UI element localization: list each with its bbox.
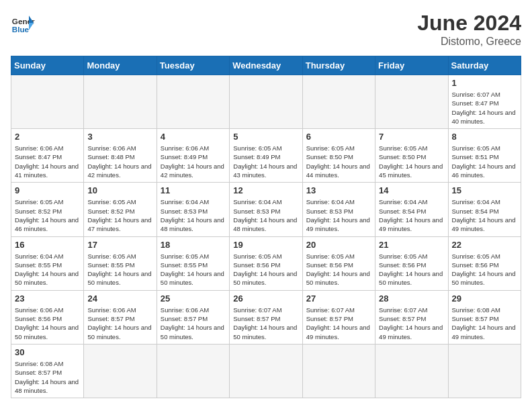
title-block: June 2024 Distomo, Greece	[417, 11, 521, 48]
calendar-cell: 15Sunrise: 6:04 AMSunset: 8:54 PMDayligh…	[448, 183, 521, 236]
calendar-cell: 17Sunrise: 6:05 AMSunset: 8:55 PMDayligh…	[84, 236, 157, 290]
calendar-cell: 16Sunrise: 6:04 AMSunset: 8:55 PMDayligh…	[11, 236, 84, 290]
weekday-thursday: Thursday	[302, 56, 375, 75]
day-number: 24	[87, 293, 152, 304]
calendar-cell	[448, 344, 521, 398]
day-number: 14	[379, 185, 444, 195]
calendar-cell: 10Sunrise: 6:05 AMSunset: 8:52 PMDayligh…	[84, 183, 157, 236]
svg-marker-3	[29, 23, 34, 30]
day-info: Sunrise: 6:05 AMSunset: 8:51 PMDaylight:…	[452, 144, 517, 179]
day-number: 1	[452, 78, 517, 88]
svg-text:Blue: Blue	[12, 25, 30, 34]
day-info: Sunrise: 6:07 AMSunset: 8:57 PMDaylight:…	[233, 306, 298, 341]
day-info: Sunrise: 6:07 AMSunset: 8:57 PMDaylight:…	[306, 306, 371, 341]
day-info: Sunrise: 6:08 AMSunset: 8:57 PMDaylight:…	[15, 359, 80, 395]
weekday-tuesday: Tuesday	[157, 56, 229, 75]
calendar-cell: 26Sunrise: 6:07 AMSunset: 8:57 PMDayligh…	[230, 290, 302, 344]
day-info: Sunrise: 6:06 AMSunset: 8:56 PMDaylight:…	[15, 306, 80, 341]
week-row-6: 30Sunrise: 6:08 AMSunset: 8:57 PMDayligh…	[11, 344, 521, 398]
calendar-cell: 18Sunrise: 6:05 AMSunset: 8:55 PMDayligh…	[157, 236, 229, 290]
calendar-cell	[375, 75, 448, 129]
day-number: 19	[233, 240, 298, 250]
day-info: Sunrise: 6:05 AMSunset: 8:49 PMDaylight:…	[233, 144, 298, 179]
day-number: 15	[452, 185, 517, 195]
day-info: Sunrise: 6:05 AMSunset: 8:55 PMDaylight:…	[161, 252, 226, 287]
calendar-cell: 1Sunrise: 6:07 AMSunset: 8:47 PMDaylight…	[448, 75, 521, 129]
calendar-cell	[157, 75, 229, 129]
day-number: 20	[306, 240, 371, 250]
calendar-cell: 4Sunrise: 6:06 AMSunset: 8:49 PMDaylight…	[157, 129, 229, 183]
day-info: Sunrise: 6:08 AMSunset: 8:57 PMDaylight:…	[452, 306, 517, 341]
day-info: Sunrise: 6:04 AMSunset: 8:55 PMDaylight:…	[15, 252, 80, 287]
day-number: 5	[233, 132, 298, 142]
day-number: 11	[161, 185, 226, 195]
page-header: General Blue June 2024 Distomo, Greece	[11, 11, 521, 48]
calendar-cell	[302, 75, 375, 129]
calendar-cell: 27Sunrise: 6:07 AMSunset: 8:57 PMDayligh…	[302, 290, 375, 344]
day-number: 9	[15, 185, 80, 195]
weekday-wednesday: Wednesday	[230, 56, 302, 75]
day-info: Sunrise: 6:05 AMSunset: 8:55 PMDaylight:…	[87, 252, 152, 287]
day-number: 18	[161, 240, 226, 250]
week-row-4: 16Sunrise: 6:04 AMSunset: 8:55 PMDayligh…	[11, 236, 521, 290]
day-info: Sunrise: 6:05 AMSunset: 8:56 PMDaylight:…	[452, 252, 517, 287]
week-row-1: 1Sunrise: 6:07 AMSunset: 8:47 PMDaylight…	[11, 75, 521, 129]
weekday-monday: Monday	[84, 56, 157, 75]
calendar-cell	[84, 75, 157, 129]
day-number: 13	[306, 185, 371, 195]
day-info: Sunrise: 6:05 AMSunset: 8:56 PMDaylight:…	[233, 252, 298, 287]
day-info: Sunrise: 6:05 AMSunset: 8:50 PMDaylight:…	[306, 144, 371, 179]
calendar-cell: 8Sunrise: 6:05 AMSunset: 8:51 PMDaylight…	[448, 129, 521, 183]
calendar-cell: 23Sunrise: 6:06 AMSunset: 8:56 PMDayligh…	[11, 290, 84, 344]
location: Distomo, Greece	[417, 36, 521, 48]
day-number: 23	[15, 293, 80, 304]
day-number: 17	[87, 240, 152, 250]
day-number: 4	[161, 132, 226, 142]
day-number: 8	[452, 132, 517, 142]
logo-icon: General Blue	[11, 11, 35, 35]
calendar-cell	[302, 344, 375, 398]
calendar-table: SundayMondayTuesdayWednesdayThursdayFrid…	[11, 56, 521, 398]
week-row-2: 2Sunrise: 6:06 AMSunset: 8:47 PMDaylight…	[11, 129, 521, 183]
calendar-cell	[11, 75, 84, 129]
calendar-cell	[230, 344, 302, 398]
weekday-saturday: Saturday	[448, 56, 521, 75]
day-number: 3	[87, 132, 152, 142]
day-info: Sunrise: 6:06 AMSunset: 8:57 PMDaylight:…	[161, 306, 226, 341]
day-number: 28	[379, 293, 444, 304]
day-info: Sunrise: 6:05 AMSunset: 8:56 PMDaylight:…	[379, 252, 444, 287]
day-info: Sunrise: 6:06 AMSunset: 8:48 PMDaylight:…	[87, 144, 152, 179]
weekday-sunday: Sunday	[11, 56, 84, 75]
month-year: June 2024	[417, 11, 521, 36]
calendar-cell: 14Sunrise: 6:04 AMSunset: 8:54 PMDayligh…	[375, 183, 448, 236]
day-number: 7	[379, 132, 444, 142]
day-info: Sunrise: 6:06 AMSunset: 8:57 PMDaylight:…	[87, 306, 152, 341]
day-number: 25	[161, 293, 226, 304]
day-info: Sunrise: 6:04 AMSunset: 8:54 PMDaylight:…	[379, 197, 444, 233]
calendar-cell: 24Sunrise: 6:06 AMSunset: 8:57 PMDayligh…	[84, 290, 157, 344]
day-number: 26	[233, 293, 298, 304]
week-row-5: 23Sunrise: 6:06 AMSunset: 8:56 PMDayligh…	[11, 290, 521, 344]
week-row-3: 9Sunrise: 6:05 AMSunset: 8:52 PMDaylight…	[11, 183, 521, 236]
day-number: 30	[15, 347, 80, 357]
day-number: 6	[306, 132, 371, 142]
day-number: 16	[15, 240, 80, 250]
calendar-cell: 19Sunrise: 6:05 AMSunset: 8:56 PMDayligh…	[230, 236, 302, 290]
calendar-cell: 12Sunrise: 6:04 AMSunset: 8:53 PMDayligh…	[230, 183, 302, 236]
day-info: Sunrise: 6:04 AMSunset: 8:53 PMDaylight:…	[306, 197, 371, 233]
day-number: 10	[87, 185, 152, 195]
day-number: 22	[452, 240, 517, 250]
day-info: Sunrise: 6:06 AMSunset: 8:49 PMDaylight:…	[161, 144, 226, 179]
calendar-cell: 7Sunrise: 6:05 AMSunset: 8:50 PMDaylight…	[375, 129, 448, 183]
calendar-cell: 2Sunrise: 6:06 AMSunset: 8:47 PMDaylight…	[11, 129, 84, 183]
day-info: Sunrise: 6:05 AMSunset: 8:56 PMDaylight:…	[306, 252, 371, 287]
day-number: 12	[233, 185, 298, 195]
calendar-cell: 29Sunrise: 6:08 AMSunset: 8:57 PMDayligh…	[448, 290, 521, 344]
calendar-cell: 22Sunrise: 6:05 AMSunset: 8:56 PMDayligh…	[448, 236, 521, 290]
day-info: Sunrise: 6:07 AMSunset: 8:47 PMDaylight:…	[452, 90, 517, 126]
calendar-cell: 25Sunrise: 6:06 AMSunset: 8:57 PMDayligh…	[157, 290, 229, 344]
day-number: 21	[379, 240, 444, 250]
day-info: Sunrise: 6:04 AMSunset: 8:53 PMDaylight:…	[233, 197, 298, 233]
weekday-header-row: SundayMondayTuesdayWednesdayThursdayFrid…	[11, 56, 521, 75]
day-number: 29	[452, 293, 517, 304]
